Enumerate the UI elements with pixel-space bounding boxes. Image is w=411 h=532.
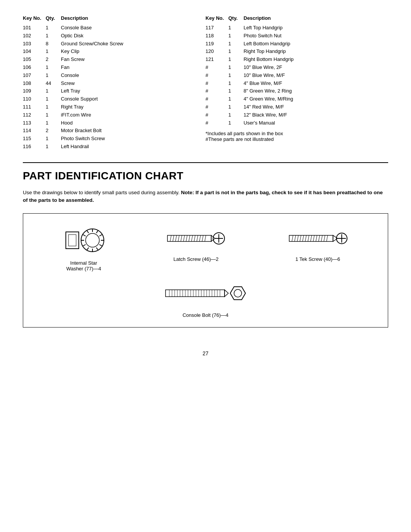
svg-marker-76 bbox=[230, 287, 245, 300]
svg-line-9 bbox=[96, 248, 98, 250]
table-row: 1131Hood bbox=[23, 119, 206, 127]
svg-line-8 bbox=[99, 244, 102, 246]
left-col-header: Key No. Qty. Description bbox=[23, 15, 206, 21]
table-row: #1User's Manual bbox=[206, 119, 388, 127]
svg-line-19 bbox=[175, 235, 177, 241]
header-keyno-right: Key No. bbox=[206, 15, 228, 21]
table-row: 1191Left Bottom Handgrip bbox=[206, 40, 388, 48]
table-row: 1142Motor Bracket Bolt bbox=[23, 127, 206, 135]
svg-line-43 bbox=[311, 235, 312, 241]
svg-line-41 bbox=[305, 235, 306, 241]
table-row: 1021Optic Disk bbox=[23, 32, 206, 40]
svg-line-18 bbox=[173, 235, 174, 241]
table-row: #114" Red Wire, M/F bbox=[206, 103, 388, 111]
footnote-star: *Includes all parts shown in the box bbox=[206, 131, 388, 136]
svg-line-37 bbox=[295, 235, 296, 241]
table-row: 1038Ground Screw/Choke Screw bbox=[23, 40, 206, 48]
table-row: 1011Console Base bbox=[23, 24, 206, 32]
svg-line-22 bbox=[183, 235, 185, 241]
svg-line-45 bbox=[316, 235, 317, 241]
table-row: 1041Key Clip bbox=[23, 48, 206, 56]
svg-line-20 bbox=[178, 235, 179, 241]
parts-id-top-row: Internal StarWasher (77)—4 bbox=[32, 225, 379, 272]
table-row: 1111Right Tray bbox=[23, 103, 206, 111]
parts-list-table: Key No. Qty. Description 1011Console Bas… bbox=[23, 15, 388, 151]
table-row: 1181Photo Switch Nut bbox=[206, 32, 388, 40]
svg-line-47 bbox=[321, 235, 322, 241]
table-row: 1211Right Bottom Handgrip bbox=[206, 56, 388, 64]
svg-line-36 bbox=[292, 235, 293, 241]
svg-line-23 bbox=[186, 235, 187, 241]
parts-identification-box: Internal StarWasher (77)—4 bbox=[23, 213, 388, 328]
svg-line-29 bbox=[202, 235, 203, 241]
svg-line-14 bbox=[83, 235, 86, 236]
svg-line-6 bbox=[99, 235, 102, 236]
svg-line-21 bbox=[181, 235, 182, 241]
page-number: 27 bbox=[23, 350, 388, 356]
svg-line-48 bbox=[324, 235, 325, 241]
table-row: #14" Blue Wire, M/F bbox=[206, 80, 388, 88]
footnotes: *Includes all parts shown in the box #Th… bbox=[206, 131, 388, 142]
table-row: 1052Fan Screw bbox=[23, 56, 206, 64]
svg-rect-1 bbox=[68, 235, 76, 246]
internal-star-washer-label: Internal StarWasher (77)—4 bbox=[66, 260, 101, 272]
svg-line-44 bbox=[313, 235, 314, 241]
table-row: 1161Left Handrail bbox=[23, 143, 206, 151]
table-row: #112" Black Wire, M/F bbox=[206, 111, 388, 119]
svg-line-26 bbox=[194, 235, 195, 241]
latch-screw-drawing bbox=[166, 225, 226, 252]
table-row: 1101Console Support bbox=[23, 95, 206, 103]
svg-line-30 bbox=[205, 235, 206, 241]
table-row: 1061Fan bbox=[23, 64, 206, 72]
part-item-latch-screw: Latch Screw (46)—2 bbox=[166, 225, 226, 262]
svg-point-2 bbox=[81, 229, 104, 252]
table-row: 10844Screw bbox=[23, 80, 206, 88]
table-row: 1071Console bbox=[23, 72, 206, 80]
svg-line-49 bbox=[327, 235, 328, 241]
header-keyno-left: Key No. bbox=[23, 15, 46, 21]
parts-id-bottom-row: Console Bolt (76)—4 bbox=[32, 279, 379, 318]
svg-point-77 bbox=[234, 289, 242, 297]
console-bolt-drawing bbox=[164, 279, 247, 308]
console-bolt-label: Console Bolt (76)—4 bbox=[183, 312, 229, 318]
svg-line-25 bbox=[191, 235, 193, 241]
svg-line-38 bbox=[297, 235, 298, 241]
svg-line-12 bbox=[83, 244, 86, 246]
svg-line-15 bbox=[87, 230, 89, 233]
svg-line-11 bbox=[87, 248, 89, 250]
table-row: #18" Green Wire, 2 Ring bbox=[206, 87, 388, 95]
header-qty-left: Qty. bbox=[46, 15, 61, 21]
svg-line-5 bbox=[96, 230, 98, 233]
table-row: 1151Photo Switch Screw bbox=[23, 135, 206, 143]
svg-marker-75 bbox=[225, 290, 228, 297]
section-divider bbox=[23, 162, 388, 163]
table-row: 1121iFIT.com Wire bbox=[23, 111, 206, 119]
intro-normal: Use the drawings below to identify small… bbox=[23, 190, 181, 195]
table-row: 1091Left Tray bbox=[23, 87, 206, 95]
table-row: #110" Blue Wire, M/F bbox=[206, 72, 388, 80]
header-desc-right: Description bbox=[244, 15, 388, 21]
table-row: 1201Right Top Handgrip bbox=[206, 48, 388, 56]
svg-line-46 bbox=[319, 235, 320, 241]
svg-rect-54 bbox=[166, 290, 225, 297]
svg-line-42 bbox=[308, 235, 309, 241]
internal-star-washer-drawing bbox=[63, 225, 105, 256]
svg-line-17 bbox=[170, 235, 171, 241]
latch-screw-label: Latch Screw (46)—2 bbox=[174, 256, 219, 262]
svg-point-3 bbox=[86, 233, 99, 247]
parts-right-column: Key No. Qty. Description 1171Left Top Ha… bbox=[206, 15, 388, 151]
tek-screw-label: 1 Tek Screw (40)—6 bbox=[295, 256, 340, 262]
svg-line-39 bbox=[300, 235, 301, 241]
svg-line-40 bbox=[303, 235, 304, 241]
footnote-hash: #These parts are not illustrated bbox=[206, 136, 388, 142]
header-desc-left: Description bbox=[61, 15, 206, 21]
table-row: 1171Left Top Handgrip bbox=[206, 24, 388, 32]
intro-text: Use the drawings below to identify small… bbox=[23, 189, 388, 204]
tek-screw-drawing bbox=[287, 225, 348, 252]
part-item-tek-screw: 1 Tek Screw (40)—6 bbox=[287, 225, 348, 262]
part-item-console-bolt: Console Bolt (76)—4 bbox=[164, 279, 247, 318]
svg-line-24 bbox=[189, 235, 190, 241]
right-col-header: Key No. Qty. Description bbox=[206, 15, 388, 21]
section-title: PART IDENTIFICATION CHART bbox=[23, 170, 388, 182]
part-item-internal-star-washer: Internal StarWasher (77)—4 bbox=[63, 225, 105, 272]
